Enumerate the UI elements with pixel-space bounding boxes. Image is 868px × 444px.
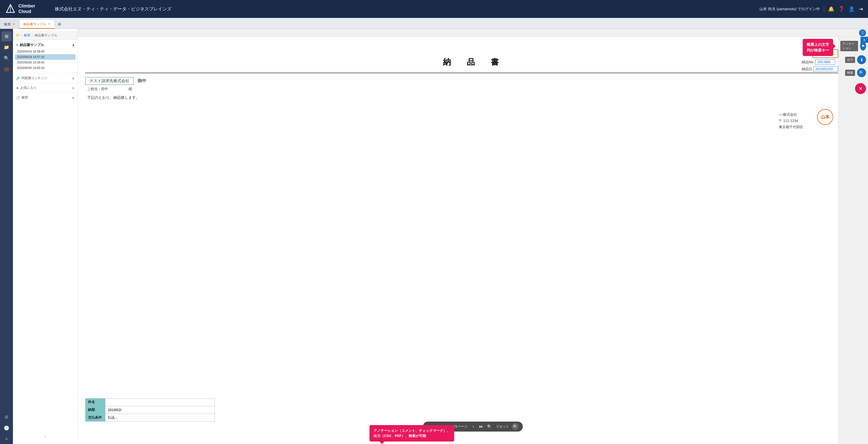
tantou-row: ご担当：田中 様 — [85, 87, 861, 91]
callout-annotation: アノテーション（コメント、チェックマーク）、 出力（CSV、PDF）、検索が可能 — [370, 425, 454, 442]
doc-message: 下記のとおり、納品致します。 — [85, 95, 861, 100]
user-info: 山本 恒夫 (yamamoto) でログイン中 — [760, 7, 820, 11]
nav-last-btn[interactable]: ⏭ — [477, 423, 485, 430]
search-icon: 🔍 — [859, 70, 864, 75]
breadcrumb-home-icon: 📁 — [16, 33, 20, 37]
chevron-left-icon: ‹ — [44, 434, 46, 439]
table-row: 件名 — [86, 399, 215, 406]
sidebar-icon-briefcase[interactable]: 💼 — [1, 64, 11, 74]
panel-entry-1[interactable]: 2020/06/29 14:57:16 — [15, 54, 75, 60]
link-section-chevron: ∨ — [72, 76, 74, 80]
nav-next-btn[interactable]: › — [471, 423, 476, 430]
output-row: 出力 ⬇ — [840, 55, 866, 64]
sidebar-icon-folder[interactable]: 📁 — [1, 42, 11, 52]
annotation-btn[interactable]: ⚑ — [860, 41, 866, 50]
search-row: 検索 🔍 — [840, 68, 866, 77]
sidebar-icon-list[interactable]: ≡ — [1, 434, 11, 444]
honorific: 御中 — [137, 78, 147, 83]
close-icon: ✕ — [859, 86, 863, 92]
section-chevron-up: ∧ — [72, 43, 74, 47]
nav-search-icon[interactable]: 🔍 — [486, 423, 493, 430]
recipient-area: テスト請求先株式会社 御中 — [85, 77, 861, 85]
sidebar-icons: ⊞ 📁 🔍 💼 ⚙ 🕐 ≡ — [0, 29, 13, 444]
output-btn[interactable]: ⬇ — [857, 55, 866, 64]
link-icon: 🔗 — [16, 76, 20, 80]
recipient-name: テスト請求先株式会社 — [85, 77, 133, 85]
content-area: ⓘ ∧ 持出し禁止 納品No. 255-666 納品日 2019/01/03 納… — [78, 29, 868, 444]
doc-viewer: 持出し禁止 納品No. 255-666 納品日 2019/01/03 納 品 書… — [78, 37, 868, 444]
annotation-icon: ⚑ — [861, 44, 865, 48]
output-label[interactable]: 出力 — [845, 57, 855, 63]
doc-no-row: 納品No. 255-666 — [802, 59, 838, 65]
annotation-label[interactable]: アノテーション — [840, 41, 858, 51]
tab-chohyo[interactable]: 帳票 ✕ — [0, 20, 19, 29]
tab-add-button[interactable]: ⊕ — [55, 20, 64, 29]
tab-close-chohyo[interactable]: ✕ — [13, 23, 15, 26]
tab-nohinsho[interactable]: 納品書サンプル ✕ — [19, 20, 55, 29]
sender-info: ○○株式会社 〒 111-1234 東京都千代田区 — [779, 111, 803, 130]
logout-icon[interactable]: ⇥ — [859, 6, 863, 12]
panel-entry-2[interactable]: 2020/06/30 14:39:45 — [15, 60, 75, 65]
doc-table: 件名 納期 2019/02/ 支払条件 払込... — [85, 398, 215, 421]
bell-icon[interactable]: 🔔 — [828, 6, 834, 12]
favorites-section[interactable]: ★ お気に入り ∨ — [13, 84, 78, 92]
app-header: Climber Cloud 株式会社エヌ・ティ・ティ・データ・ビジネスブレインズ… — [0, 0, 868, 18]
search-label[interactable]: 検索 — [845, 70, 855, 76]
table-row: 納期 2019/02/ — [86, 406, 215, 414]
tab-close-nohinsho[interactable]: ✕ — [48, 23, 50, 26]
info-bar: ⓘ — [78, 29, 868, 37]
favorites-chevron: ∨ — [72, 86, 74, 90]
callout-search-key: 帳票上の文字 列が検索キー — [803, 39, 833, 56]
close-row: ✕ — [840, 83, 866, 94]
doc-title: 納 品 書 — [85, 57, 861, 68]
doc-date-row: 納品日 2019/01/03 — [802, 66, 838, 72]
header-divider — [824, 6, 824, 12]
company-name: 株式会社エヌ・ティ・ティ・データ・ビジネスブレインズ — [50, 6, 760, 12]
history-icon: 🕐 — [16, 96, 20, 100]
tab-bar: 帳票 ✕ 納品書サンプル ✕ ⊕ — [0, 18, 868, 29]
chevron-up-button[interactable]: ∧ — [861, 37, 868, 43]
download-icon: ⬇ — [860, 58, 863, 62]
search-btn[interactable]: 🔍 — [857, 68, 866, 77]
sidebar-icon-grid[interactable]: ⊞ — [1, 31, 11, 41]
left-panel: 📁 › 帳票 › 納品書サンプル ≡ 納品書サンプル ∧ 2020/04/16 … — [13, 29, 78, 444]
header-right: 山本 恒夫 (yamamoto) でログイン中 🔔 ❓ 👤 ⇥ — [760, 6, 863, 12]
app-name: Climber Cloud — [19, 3, 35, 14]
account-icon[interactable]: 👤 — [848, 6, 855, 12]
panel-section-header[interactable]: ≡ 納品書サンプル ∧ — [13, 41, 78, 49]
nav-reset-btn[interactable]: リセット — [494, 423, 511, 430]
panel-expand-btn[interactable]: ‹ — [13, 434, 78, 439]
doc-no-value: 255-666 — [815, 59, 835, 65]
sidebar-icon-history[interactable]: 🕐 — [1, 423, 11, 433]
close-btn[interactable]: ✕ — [855, 83, 866, 94]
breadcrumb-chohyo[interactable]: 帳票 — [24, 33, 30, 38]
sidebar-icon-gear[interactable]: ⚙ — [1, 412, 11, 422]
panel-entry-3[interactable]: 2020/06/30 14:40:18 — [15, 65, 75, 71]
yamamoto-stamp: 山本 — [817, 109, 833, 125]
link-section[interactable]: 🔗 同階層コンテンツ ∨ — [13, 74, 78, 82]
main-layout: ⊞ 📁 🔍 💼 ⚙ 🕐 ≡ 📁 › 帳票 › 納品書サンプル ≡ 納品書サンプル… — [0, 29, 868, 444]
doc-line — [85, 73, 861, 73]
doc-date-value: 2019/01/03 — [813, 66, 838, 72]
logo-icon — [5, 3, 16, 14]
nav-zoom-in-btn[interactable]: 🔍 — [512, 423, 519, 430]
help-icon[interactable]: ❓ — [838, 6, 844, 12]
section-doc-icon: ≡ — [16, 43, 18, 47]
right-panel: アノテーション ⚑ 出力 ⬇ 検索 🔍 ✕ — [838, 37, 868, 444]
star-icon: ★ — [16, 86, 19, 90]
breadcrumb-current: 納品書サンプル — [35, 33, 57, 38]
history-section[interactable]: 🕐 履歴 ∨ — [13, 94, 78, 101]
panel-entries: 2020/04/16 16:38:40 2020/06/29 14:57:16 … — [13, 49, 78, 71]
table-row: 支払条件 払込... — [86, 414, 215, 421]
logo-area: Climber Cloud — [5, 3, 50, 14]
history-chevron: ∨ — [72, 96, 74, 100]
panel-section-main: ≡ 納品書サンプル ∧ 2020/04/16 16:38:40 2020/06/… — [13, 40, 78, 72]
breadcrumb: 📁 › 帳票 › 納品書サンプル — [13, 31, 78, 40]
info-button[interactable]: ⓘ — [859, 29, 866, 36]
panel-entry-0[interactable]: 2020/04/16 16:38:40 — [15, 49, 75, 54]
doc-no-area: 納品No. 255-666 納品日 2019/01/03 — [802, 59, 838, 72]
sidebar-icon-search[interactable]: 🔍 — [1, 53, 11, 63]
